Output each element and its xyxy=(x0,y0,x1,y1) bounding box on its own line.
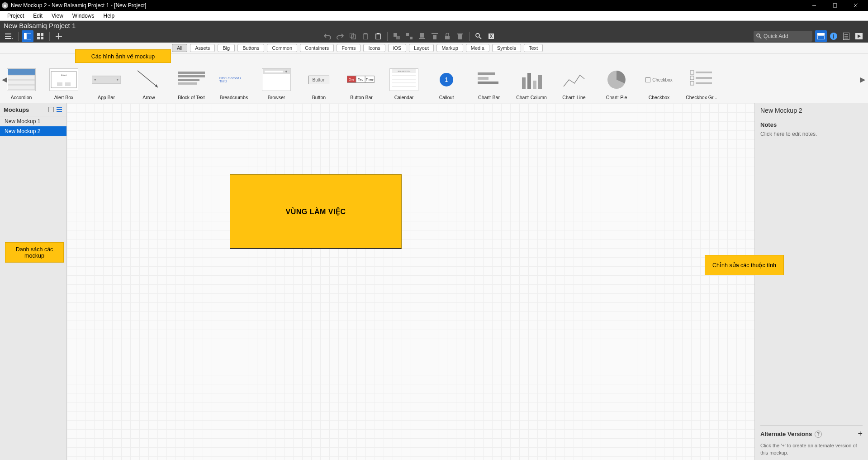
fullscreen-icon[interactable] xyxy=(853,30,865,42)
send-back-icon[interactable] xyxy=(429,30,441,42)
close-button[interactable] xyxy=(845,0,866,11)
svg-rect-67 xyxy=(265,71,283,72)
notes-field[interactable]: Click here to edit notes. xyxy=(760,131,863,137)
category-icons[interactable]: Icons xyxy=(363,44,385,52)
lib-item-breadcrumbs[interactable]: First › Second › Third Breadcrumbs xyxy=(213,53,255,103)
redo-icon[interactable] xyxy=(334,30,346,42)
svg-text:Three: Three xyxy=(366,78,374,81)
lib-item-calendar[interactable]: JANUARY 2024 Calendar xyxy=(383,53,425,103)
lib-item-chartline[interactable]: Chart: Line xyxy=(553,53,595,103)
library-toggle-icon[interactable] xyxy=(815,30,827,42)
add-mockup-icon[interactable] xyxy=(53,30,65,42)
quick-add-input[interactable]: Quick Add xyxy=(754,31,812,42)
menu-help[interactable]: Help xyxy=(99,12,119,20)
lib-item-callout[interactable]: 1 Callout xyxy=(425,53,468,103)
annotation-mockup-list: Danh sách các mockup xyxy=(5,242,64,263)
thumbnail-view-icon[interactable] xyxy=(47,106,55,113)
bring-front-icon[interactable] xyxy=(416,30,428,42)
menu-edit[interactable]: Edit xyxy=(28,12,47,20)
menu-windows[interactable]: Windows xyxy=(68,12,99,20)
menu-project[interactable]: Project xyxy=(3,12,28,20)
category-common[interactable]: Common xyxy=(267,44,297,52)
inspector-panel: New Mockup 2 Notes Click here to edit no… xyxy=(755,103,868,460)
window-title: New Mockup 2 - New Balsamiq Project 1 - … xyxy=(11,2,804,9)
library-scroll-right-icon[interactable]: ▶ xyxy=(860,75,866,81)
svg-rect-18 xyxy=(363,34,368,39)
info-icon[interactable]: i xyxy=(828,30,840,42)
svg-text:One: One xyxy=(349,78,355,81)
copy-icon[interactable] xyxy=(347,30,359,42)
group-icon[interactable] xyxy=(391,30,403,42)
svg-rect-87 xyxy=(538,75,542,89)
properties-panel-icon[interactable] xyxy=(840,30,852,42)
svg-rect-12 xyxy=(37,37,40,39)
category-assets[interactable]: Assets xyxy=(190,44,215,52)
minimize-button[interactable] xyxy=(804,0,825,11)
mockup-list-item[interactable]: New Mockup 1 xyxy=(0,116,66,126)
lib-item-checkbox[interactable]: Checkbox Checkbox xyxy=(638,53,680,103)
svg-rect-51 xyxy=(8,80,35,85)
lib-item-buttonbar[interactable]: OneTwoThree Button Bar xyxy=(340,53,383,103)
clipboard-icon[interactable] xyxy=(372,30,384,42)
lib-item-checkboxgroup[interactable]: Checkbox Gr... xyxy=(680,53,723,103)
svg-rect-32 xyxy=(457,34,463,34)
divider xyxy=(469,32,470,41)
svg-rect-29 xyxy=(433,35,436,39)
svg-rect-84 xyxy=(522,77,526,89)
paste-icon[interactable] xyxy=(360,30,371,42)
svg-rect-39 xyxy=(817,33,825,35)
trash-icon[interactable] xyxy=(454,30,466,42)
lib-item-chartpie[interactable]: Chart: Pie xyxy=(595,53,638,103)
lib-item-accordion[interactable]: Accordion xyxy=(0,53,43,103)
category-containers[interactable]: Containers xyxy=(300,44,334,52)
category-markup[interactable]: Markup xyxy=(436,44,463,52)
category-layout[interactable]: Layout xyxy=(409,44,434,52)
view-grid-icon[interactable] xyxy=(34,30,46,42)
svg-rect-25 xyxy=(410,37,413,39)
svg-rect-1 xyxy=(833,4,837,7)
lock-icon[interactable] xyxy=(441,30,453,42)
menu-icon[interactable] xyxy=(3,30,15,42)
svg-rect-91 xyxy=(690,76,694,80)
svg-rect-56 xyxy=(65,82,71,86)
canvas[interactable]: VÙNG LÀM VIỆC xyxy=(67,103,755,460)
add-version-button[interactable]: + xyxy=(858,429,863,439)
menu-view[interactable]: View xyxy=(47,12,68,20)
toolbar: X Quick Add i xyxy=(0,29,868,43)
category-big[interactable]: Big xyxy=(218,44,235,52)
maximize-button[interactable] xyxy=(825,0,845,11)
markup-toggle-icon[interactable]: X xyxy=(485,30,497,42)
category-symbols[interactable]: Symbols xyxy=(492,44,521,52)
category-text[interactable]: Text xyxy=(524,44,543,52)
svg-rect-10 xyxy=(37,33,40,36)
svg-rect-86 xyxy=(533,81,536,89)
mockup-list-item[interactable]: New Mockup 2 xyxy=(0,126,66,136)
category-buttons[interactable]: Buttons xyxy=(237,44,264,52)
svg-text:i: i xyxy=(833,33,835,40)
svg-rect-94 xyxy=(696,82,712,84)
list-view-icon[interactable] xyxy=(56,106,63,113)
category-forms[interactable]: Forms xyxy=(337,44,360,52)
alt-versions-header: Alternate Versions xyxy=(760,431,812,437)
undo-icon[interactable] xyxy=(322,30,333,42)
view-navigator-icon[interactable] xyxy=(22,30,33,42)
search-icon xyxy=(756,34,762,39)
lib-item-chartbar[interactable]: Chart: Bar xyxy=(468,53,510,103)
svg-rect-20 xyxy=(376,34,380,39)
category-ios[interactable]: iOS xyxy=(388,44,406,52)
lib-item-browser[interactable]: Browser xyxy=(255,53,298,103)
zoom-icon[interactable] xyxy=(473,30,484,42)
lib-item-blocktext[interactable]: Block of Text xyxy=(170,53,213,103)
svg-rect-13 xyxy=(41,37,43,39)
lib-item-chartcolumn[interactable]: Chart: Column xyxy=(510,53,553,103)
divider xyxy=(49,32,50,41)
svg-rect-95 xyxy=(48,107,54,112)
svg-rect-11 xyxy=(41,33,43,36)
category-media[interactable]: Media xyxy=(466,44,489,52)
svg-rect-90 xyxy=(696,72,712,73)
svg-rect-93 xyxy=(690,81,694,85)
lib-item-button[interactable]: Button Button xyxy=(298,53,340,103)
help-icon[interactable]: ? xyxy=(815,431,822,438)
category-all[interactable]: All xyxy=(172,44,187,52)
ungroup-icon[interactable] xyxy=(403,30,415,42)
